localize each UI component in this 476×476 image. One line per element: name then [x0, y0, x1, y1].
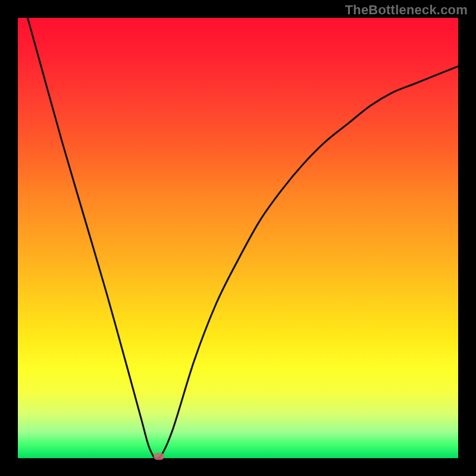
chart-frame: TheBottleneck.com — [0, 0, 476, 476]
bottleneck-curve — [18, 18, 458, 458]
plot-area — [18, 18, 458, 458]
watermark-text: TheBottleneck.com — [345, 2, 468, 18]
minimum-marker — [154, 453, 164, 460]
curve-layer — [18, 18, 458, 458]
